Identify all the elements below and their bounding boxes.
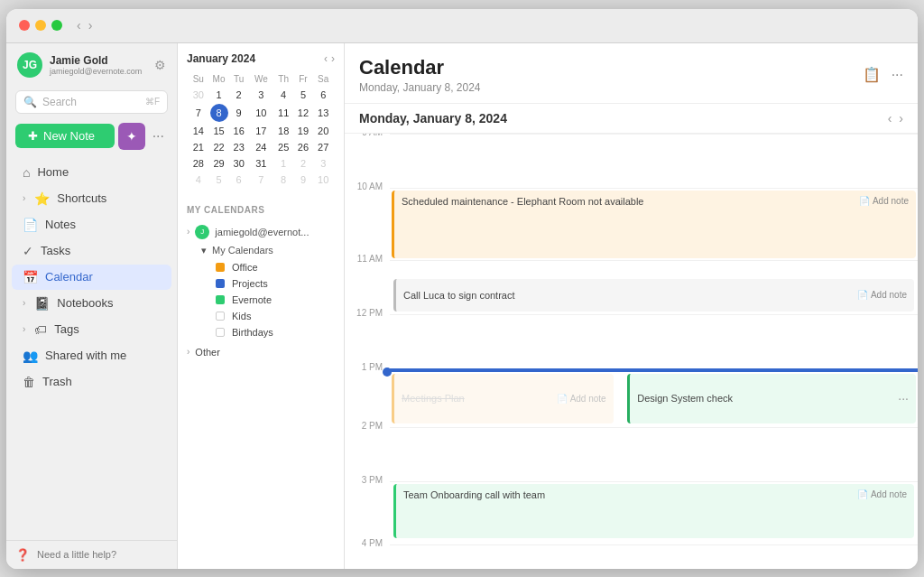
- cal-day[interactable]: 21: [189, 140, 208, 154]
- sidebar-item-home[interactable]: ⌂ Home: [12, 160, 171, 185]
- sidebar-item-tasks[interactable]: ✓ Tasks: [12, 238, 171, 264]
- sidebar-item-shortcuts[interactable]: › ⭐ Shortcuts: [12, 186, 171, 211]
- back-arrow[interactable]: ‹: [77, 18, 81, 33]
- cal-day[interactable]: 11: [274, 104, 293, 122]
- add-note-maintenance[interactable]: 📄 Add note: [859, 196, 909, 206]
- cal-day[interactable]: 31: [250, 156, 273, 171]
- cal-day[interactable]: 19: [295, 124, 312, 138]
- cal-day[interactable]: 1: [274, 156, 293, 171]
- event-luca[interactable]: Call Luca to sign contract 📄 Add note: [393, 279, 914, 312]
- cal-day[interactable]: 14: [189, 124, 208, 138]
- time-row-12pm: 12 PM: [345, 314, 918, 368]
- cal-item-office[interactable]: Office: [196, 259, 335, 275]
- cal-group-name: My Calendars: [212, 245, 273, 256]
- new-note-button[interactable]: ✚ New Note: [15, 124, 115, 148]
- sidebar-item-trash[interactable]: 🗑 Trash: [12, 369, 171, 395]
- cal-item-evernote[interactable]: Evernote: [196, 292, 335, 308]
- cal-day[interactable]: 6: [230, 172, 248, 187]
- cal-day[interactable]: 23: [230, 140, 248, 154]
- cal-group-label[interactable]: ▾ My Calendars: [196, 242, 335, 259]
- design-more-icon[interactable]: ···: [898, 391, 909, 405]
- cal-day[interactable]: 2: [295, 156, 312, 171]
- mini-cal-grid: Su Mo Tu We Th Fr Sa 30 1 2 3 4 5: [187, 70, 335, 189]
- cal-day[interactable]: 12: [295, 104, 312, 122]
- search-bar[interactable]: 🔍 Search ⌘F: [15, 90, 168, 114]
- ai-button[interactable]: ✦: [118, 123, 145, 150]
- cal-day[interactable]: 6: [313, 88, 333, 102]
- middle-panel: January 2024 ‹ › Su Mo Tu We Th Fr Sa: [178, 43, 345, 569]
- help-text[interactable]: Need a little help?: [37, 549, 116, 560]
- sidebar-item-notes[interactable]: 📄 Notes: [12, 212, 171, 237]
- time-slot-2pm: [390, 427, 918, 481]
- cal-day[interactable]: 30: [230, 156, 248, 171]
- cal-day[interactable]: 24: [250, 140, 273, 154]
- expand-icon: ›: [23, 324, 25, 334]
- cal-day[interactable]: 5: [295, 88, 312, 102]
- cal-day[interactable]: 3: [250, 88, 273, 102]
- cal-day[interactable]: 7: [250, 172, 273, 187]
- cal-day[interactable]: 29: [210, 156, 228, 171]
- sidebar-item-shared-label: Shared with me: [45, 349, 126, 362]
- cal-day[interactable]: 10: [250, 104, 273, 122]
- cal-day[interactable]: 9: [230, 104, 248, 122]
- cal-day[interactable]: 8: [274, 172, 293, 187]
- more-options-icon[interactable]: ···: [892, 67, 903, 83]
- cal-day[interactable]: 1: [210, 88, 228, 102]
- sidebar-item-shared[interactable]: 👥 Shared with me: [12, 343, 171, 368]
- cal-checkbox-birthdays[interactable]: [216, 328, 225, 337]
- minimize-button[interactable]: [35, 20, 46, 31]
- cal-day[interactable]: 28: [189, 156, 208, 171]
- time-row-11am: 11 AM Call Luca to sign contract 📄 Add n…: [345, 260, 918, 314]
- mini-cal-prev[interactable]: ‹: [324, 52, 328, 65]
- cal-checkbox-kids[interactable]: [216, 312, 225, 321]
- more-button[interactable]: ···: [149, 125, 168, 148]
- user-text: Jamie Gold jamiegold@evernote.com: [50, 54, 142, 76]
- mini-cal-next[interactable]: ›: [331, 52, 335, 65]
- cal-item-kids[interactable]: Kids: [196, 308, 335, 324]
- cal-day[interactable]: 26: [295, 140, 312, 154]
- cal-day-today[interactable]: 8: [210, 104, 228, 122]
- maximize-button[interactable]: [51, 20, 62, 31]
- gear-icon[interactable]: ⚙: [154, 58, 166, 72]
- add-note-luca[interactable]: 📄 Add note: [857, 290, 907, 300]
- cal-day[interactable]: 3: [313, 156, 333, 171]
- calendar-view-icon[interactable]: 📋: [863, 66, 881, 83]
- event-onboarding-title: Team Onboarding call with team: [403, 489, 545, 500]
- cal-day[interactable]: 7: [189, 104, 208, 122]
- forward-arrow[interactable]: ›: [88, 18, 93, 33]
- cal-day[interactable]: 18: [274, 124, 293, 138]
- add-note-onboarding[interactable]: 📄 Add note: [857, 489, 907, 499]
- sidebar-item-notebooks[interactable]: › 📓 Notebooks: [12, 291, 171, 316]
- cal-item-projects[interactable]: Projects: [196, 275, 335, 292]
- cal-day[interactable]: 17: [250, 124, 273, 138]
- cal-day[interactable]: 9: [295, 172, 312, 187]
- cal-day[interactable]: 27: [313, 140, 333, 154]
- day-next-btn[interactable]: ›: [899, 111, 903, 126]
- search-icon: 🔍: [23, 96, 37, 108]
- cal-day[interactable]: 16: [230, 124, 248, 138]
- cal-day[interactable]: 25: [274, 140, 293, 154]
- cal-day[interactable]: 2: [230, 88, 248, 102]
- cal-day[interactable]: 30: [189, 88, 208, 102]
- cal-day[interactable]: 5: [210, 172, 228, 187]
- sidebar-item-tags[interactable]: › 🏷 Tags: [12, 317, 171, 342]
- cal-day[interactable]: 15: [210, 124, 228, 138]
- cal-day[interactable]: 13: [313, 104, 333, 122]
- event-meetings[interactable]: Meetings Plan 📄 Add note: [392, 374, 614, 423]
- cal-item-birthdays[interactable]: Birthdays: [196, 324, 335, 340]
- other-row[interactable]: › Other: [178, 344, 344, 360]
- event-design[interactable]: Design System check ···: [627, 374, 916, 423]
- event-maintenance[interactable]: Scheduled maintenance - Elephant Room no…: [392, 191, 916, 258]
- day-prev-btn[interactable]: ‹: [888, 111, 892, 126]
- sidebar-item-calendar[interactable]: 📅 Calendar: [12, 265, 171, 290]
- user-info[interactable]: JG Jamie Gold jamiegold@evernote.com: [17, 52, 142, 78]
- add-note-meetings[interactable]: 📄 Add note: [557, 394, 606, 404]
- cal-day[interactable]: 4: [274, 88, 293, 102]
- cal-day[interactable]: 20: [313, 124, 333, 138]
- cal-account-row[interactable]: › J jamiegold@evernot...: [187, 222, 335, 242]
- cal-day[interactable]: 10: [313, 172, 333, 187]
- cal-day[interactable]: 22: [210, 140, 228, 154]
- event-onboarding[interactable]: Team Onboarding call with team 📄 Add not…: [393, 484, 914, 538]
- close-button[interactable]: [19, 20, 30, 31]
- cal-day[interactable]: 4: [189, 172, 208, 187]
